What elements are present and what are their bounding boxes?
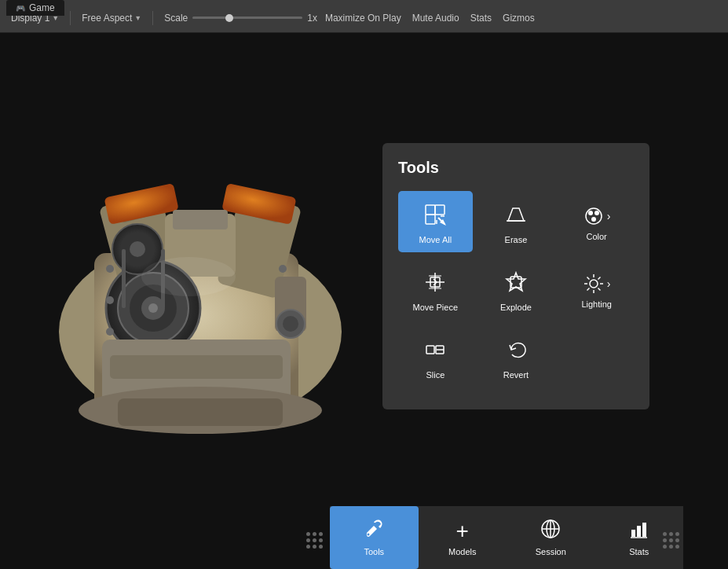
tool-revert-label: Revert: [503, 370, 529, 380]
game-tab[interactable]: 🎮 Game: [6, 0, 64, 16]
svg-rect-47: [510, 277, 521, 288]
free-aspect-arrow: ▼: [134, 14, 141, 22]
tool-move-all[interactable]: Move All: [398, 191, 473, 252]
slice-icon: [423, 337, 448, 365]
svg-line-53: [587, 277, 589, 280]
svg-point-30: [283, 316, 298, 332]
svg-rect-67: [642, 523, 646, 537]
svg-point-24: [106, 328, 114, 336]
tool-erase[interactable]: Erase: [479, 191, 554, 252]
models-tab-icon: +: [456, 519, 469, 544]
color-icon: ›: [583, 205, 611, 227]
svg-line-56: [587, 288, 589, 291]
svg-rect-57: [426, 346, 434, 354]
tab-models[interactable]: + Models: [419, 506, 507, 569]
tool-slice-label: Slice: [426, 370, 444, 380]
svg-point-23: [106, 296, 114, 304]
tab-tools[interactable]: Tools: [330, 506, 419, 569]
engine-container: [31, 96, 369, 465]
scale-control: Scale 1x: [164, 13, 317, 24]
tab-session-label: Session: [536, 547, 566, 556]
tool-move-all-label: Move All: [419, 235, 452, 244]
scale-label: Scale: [164, 13, 188, 24]
svg-rect-21: [110, 355, 283, 379]
svg-point-48: [590, 280, 598, 288]
svg-line-54: [598, 288, 600, 291]
tool-explode[interactable]: Explode: [479, 259, 554, 320]
bottom-tabs: Tools + Models Session: [330, 506, 683, 569]
tools-title: Tools: [398, 159, 634, 177]
svg-rect-9: [173, 210, 228, 229]
game-tab-icon: 🎮: [16, 4, 25, 13]
lighting-icon: ›: [583, 273, 611, 295]
move-all-icon: [423, 202, 448, 230]
tool-color[interactable]: › Color: [559, 191, 634, 252]
tool-explode-label: Explode: [500, 303, 532, 312]
free-aspect-select[interactable]: Free Aspect ▼: [82, 13, 141, 24]
engine-image: [31, 96, 369, 465]
explode-icon: [503, 270, 529, 298]
right-controls: Maximize On Play Mute Audio Stats Gizmos: [325, 13, 535, 24]
svg-point-33: [141, 257, 236, 296]
scale-knob[interactable]: [225, 14, 233, 22]
mute-btn[interactable]: Mute Audio: [412, 13, 459, 24]
revert-icon: [503, 337, 529, 365]
tool-lighting[interactable]: › Lighting: [559, 259, 634, 320]
game-tab-label: Game: [29, 2, 55, 13]
maximize-btn[interactable]: Maximize On Play: [325, 13, 401, 24]
erase-icon: [503, 202, 529, 230]
svg-rect-35: [435, 205, 444, 215]
scale-track[interactable]: [192, 17, 302, 19]
svg-rect-32: [118, 398, 283, 426]
move-piece-icon: [423, 270, 448, 298]
tool-revert[interactable]: Revert: [479, 326, 554, 387]
main-content: Tools Move All: [0, 33, 728, 569]
stats-tab-icon: [629, 519, 649, 544]
svg-rect-34: [426, 205, 435, 215]
top-bar: 🎮 Game Display 1 ▼ Free Aspect ▼ Scale 1…: [0, 0, 728, 33]
stats-btn[interactable]: Stats: [470, 13, 492, 24]
session-tab-icon: [540, 519, 561, 544]
svg-line-55: [598, 277, 600, 280]
svg-rect-18: [122, 249, 126, 308]
gizmos-btn[interactable]: Gizmos: [503, 13, 535, 24]
separator-1: [70, 11, 71, 25]
tool-color-label: Color: [587, 232, 607, 241]
tab-models-label: Models: [448, 547, 476, 556]
tool-lighting-label: Lighting: [581, 299, 612, 309]
svg-point-43: [588, 211, 593, 215]
tool-erase-label: Erase: [505, 235, 528, 244]
svg-point-25: [279, 265, 287, 273]
separator-2: [152, 11, 153, 25]
svg-point-14: [148, 303, 158, 313]
svg-rect-65: [631, 530, 635, 537]
svg-point-60: [368, 534, 370, 536]
tools-grid: Move All Erase: [398, 191, 634, 387]
svg-rect-66: [637, 526, 641, 537]
svg-point-22: [106, 265, 114, 273]
tab-stats-label: Stats: [629, 547, 649, 556]
handle-left: [306, 532, 323, 549]
tab-session[interactable]: Session: [507, 506, 595, 569]
tool-move-piece-label: Move Piece: [413, 303, 458, 312]
svg-point-45: [591, 217, 596, 222]
handle-right: [663, 532, 679, 549]
tab-tools-label: Tools: [364, 547, 384, 556]
tool-move-piece[interactable]: Move Piece: [398, 259, 473, 320]
tools-tab-icon: [364, 519, 384, 544]
tools-panel: Tools Move All: [382, 143, 649, 409]
tool-slice[interactable]: Slice: [398, 326, 473, 387]
svg-point-44: [594, 211, 599, 215]
scale-value: 1x: [307, 13, 317, 24]
svg-point-17: [130, 241, 145, 257]
free-aspect-label: Free Aspect: [82, 13, 132, 24]
svg-rect-36: [426, 215, 435, 224]
